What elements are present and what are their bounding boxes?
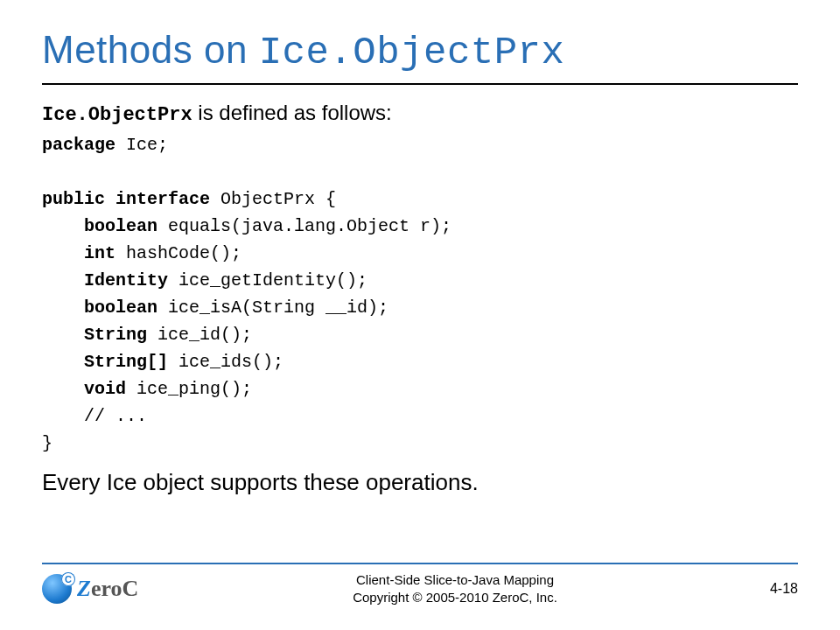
code-text: ObjectPrx { — [210, 189, 336, 209]
logo: ZeroC — [42, 574, 164, 604]
code-kw: public interface — [42, 189, 210, 209]
intro-mono: Ice.ObjectPrx — [42, 104, 192, 126]
code-kw: boolean — [42, 298, 158, 318]
code-text: // ... — [42, 406, 147, 426]
slide: Methods on Ice.ObjectPrx Ice.ObjectPrx i… — [0, 0, 840, 630]
code-text: ice_id(); — [147, 325, 252, 345]
code-kw: String[] — [42, 352, 168, 372]
code-kw: void — [42, 379, 126, 399]
code-text: equals(java.lang.Object r); — [158, 216, 452, 236]
code-kw: int — [42, 243, 116, 263]
logo-icon — [42, 574, 72, 604]
footer-center: Client-Side Slice-to-Java Mapping Copyri… — [164, 571, 746, 606]
footer-line2: Copyright © 2005-2010 ZeroC, Inc. — [164, 589, 746, 606]
title-mono: Ice.ObjectPrx — [259, 31, 565, 74]
page-number: 4-18 — [746, 581, 798, 597]
code-text: } — [42, 433, 52, 453]
code-block: package Ice; public interface ObjectPrx … — [42, 131, 798, 457]
footer-row: ZeroC Client-Side Slice-to-Java Mapping … — [42, 571, 798, 606]
code-text: hashCode(); — [116, 243, 242, 263]
footer-rule — [42, 563, 798, 564]
code-kw: package — [42, 135, 116, 155]
intro-line: Ice.ObjectPrx is defined as follows: — [42, 101, 798, 126]
code-text: ice_isA(String __id); — [158, 298, 388, 318]
logo-rest: eroC — [91, 576, 138, 601]
footer-line1: Client-Side Slice-to-Java Mapping — [164, 571, 746, 589]
intro-rest: is defined as follows: — [192, 101, 392, 124]
title-text: Methods on — [42, 28, 259, 71]
code-text: ice_ping(); — [126, 379, 252, 399]
footer: ZeroC Client-Side Slice-to-Java Mapping … — [42, 563, 798, 606]
outro-line: Every Ice object supports these operatio… — [42, 469, 798, 496]
slide-title: Methods on Ice.ObjectPrx — [42, 28, 798, 80]
logo-text: ZeroC — [77, 576, 138, 602]
code-text: Ice; — [116, 135, 168, 155]
code-kw: boolean — [42, 216, 158, 236]
code-text: ice_getIdentity(); — [168, 270, 368, 290]
logo-z: Z — [77, 576, 91, 601]
code-kw: Identity — [42, 270, 168, 290]
code-kw: String — [42, 325, 147, 345]
title-rule — [42, 83, 798, 85]
code-text: ice_ids(); — [168, 352, 284, 372]
